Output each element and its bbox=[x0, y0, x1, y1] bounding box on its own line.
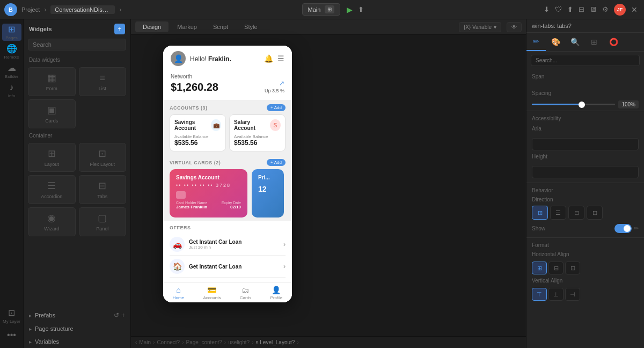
add-prefab-icon[interactable]: + bbox=[121, 311, 125, 319]
add-account-button[interactable]: + Add bbox=[267, 104, 286, 111]
widget-tabs[interactable]: ⊟ Tabs bbox=[79, 175, 127, 204]
v-align-top[interactable]: ⊤ bbox=[532, 288, 547, 301]
offer-item-2[interactable]: 🏠 Get Instant Car Loan › bbox=[170, 256, 286, 278]
h-align-center[interactable]: ⊟ bbox=[548, 262, 564, 274]
nav-cards[interactable]: 🗂 Cards bbox=[240, 286, 251, 300]
tab-markup[interactable]: Markup bbox=[170, 21, 204, 32]
sidebar-item-pages[interactable]: ⊞ Pages bbox=[2, 24, 21, 41]
page-selector[interactable]: Main ⊞ bbox=[302, 3, 341, 16]
dir-btn-list[interactable]: ☰ bbox=[550, 206, 566, 220]
h-align-right[interactable]: ⊡ bbox=[565, 262, 580, 274]
dir-btn-col3[interactable]: ⊡ bbox=[587, 206, 603, 220]
sidebar-item-layer[interactable]: ⊡ My Layer bbox=[2, 307, 21, 324]
nav-home[interactable]: ⌂ Home bbox=[173, 286, 184, 300]
right-panel-title: win-tabs: tabs? bbox=[532, 23, 572, 29]
h-align-left[interactable]: ⊞ bbox=[532, 262, 547, 274]
user-avatar[interactable]: JF bbox=[614, 4, 626, 16]
right-panel-search[interactable] bbox=[531, 55, 640, 66]
phone-app-header: 👤 Hello! Fraklin. 🔔 ☰ bbox=[163, 46, 292, 69]
widget-wizard[interactable]: ◉ Wizard bbox=[28, 207, 76, 236]
grid-btn[interactable]: ⊞ bbox=[325, 5, 334, 13]
add-card-icon: + bbox=[270, 160, 273, 165]
salary-account-card[interactable]: Salary Account S Available Balance $535.… bbox=[229, 114, 286, 151]
virtual-card-blue[interactable]: Pri... 12 bbox=[252, 169, 284, 218]
widget-cards[interactable]: ▣ Cards bbox=[28, 99, 76, 128]
virtual-card-savings[interactable]: Savings Account •• •• •• •• •• 3728 Card… bbox=[170, 169, 247, 218]
share-icon[interactable]: ⬆ bbox=[567, 5, 573, 13]
dir-btn-col2[interactable]: ⊟ bbox=[568, 206, 584, 220]
sidebar-item-dots[interactable]: ••• bbox=[2, 327, 21, 344]
menu-icon[interactable]: ☰ bbox=[277, 54, 284, 63]
height-input[interactable] bbox=[532, 166, 639, 178]
widget-layout[interactable]: ⊞ Layout bbox=[28, 143, 76, 172]
widget-flex-layout[interactable]: ⊡ Flex Layout bbox=[79, 143, 127, 172]
nav-profile[interactable]: 👤 Profile bbox=[270, 286, 283, 300]
user-name: Fraklin. bbox=[208, 55, 231, 63]
nav-accounts[interactable]: 💳 Accounts bbox=[203, 286, 221, 300]
right-tab-style[interactable]: 🎨 bbox=[546, 33, 565, 51]
app-logo[interactable]: B bbox=[4, 3, 17, 16]
page-name: Main bbox=[308, 6, 321, 13]
widget-accordion[interactable]: ☰ Accordion bbox=[28, 175, 76, 204]
page-structure-row[interactable]: ▸ Page structure bbox=[24, 322, 130, 335]
aria-input[interactable] bbox=[532, 138, 639, 150]
breadcrumb-uselight[interactable]: uselight? bbox=[228, 339, 250, 345]
show-toggle[interactable] bbox=[614, 224, 632, 233]
file-name[interactable]: ConversationNDiscu... bbox=[50, 5, 115, 14]
breadcrumb-back[interactable]: ‹ bbox=[135, 339, 137, 345]
refresh-icon[interactable]: ↺ bbox=[114, 311, 119, 319]
accounts-title: ACCOUNTS (3) bbox=[170, 105, 208, 111]
home-icon: ⌂ bbox=[176, 286, 180, 294]
right-tab-circle[interactable]: ⭕ bbox=[604, 33, 623, 51]
breadcrumb-arrow: › bbox=[44, 6, 46, 13]
settings-icon[interactable]: ⚙ bbox=[602, 5, 609, 13]
offer-item-1[interactable]: 🚗 Get Instant Car Loan Just 20 min › bbox=[170, 234, 286, 256]
widget-list[interactable]: ≡ List bbox=[79, 67, 127, 96]
download-icon[interactable]: ⬇ bbox=[544, 5, 550, 13]
close-button[interactable]: ✕ bbox=[631, 5, 638, 14]
widget-panel[interactable]: ▢ Panel bbox=[79, 207, 127, 236]
dir-btn-grid[interactable]: ⊞ bbox=[532, 206, 548, 220]
right-tab-edit[interactable]: ✏ bbox=[526, 33, 546, 51]
tab-script[interactable]: Script bbox=[206, 21, 236, 32]
breadcrumb-current[interactable]: s Level_Layout? bbox=[256, 339, 295, 345]
virtual-cards-section: VIRTUAL CARDS (2) + Add Savings Account … bbox=[163, 156, 292, 221]
v-align-bottom[interactable]: ⊣ bbox=[565, 288, 580, 301]
tab-style[interactable]: Style bbox=[237, 21, 265, 32]
widget-search-input[interactable] bbox=[28, 39, 126, 50]
spacing-label: Spacing bbox=[532, 90, 639, 96]
spacing-slider[interactable] bbox=[532, 104, 615, 105]
v-align-middle[interactable]: ⊥ bbox=[548, 288, 564, 301]
add-card-button[interactable]: + Add bbox=[267, 159, 286, 166]
right-tab-layout[interactable]: ⊞ bbox=[584, 33, 604, 51]
edit-icon-button[interactable]: ✏ bbox=[634, 225, 639, 232]
savings-account-card[interactable]: Savings Account 💼 Available Balance $535… bbox=[170, 114, 226, 151]
builder-icon: ☁ bbox=[8, 63, 16, 73]
upload-button[interactable]: ⬆ bbox=[358, 5, 364, 13]
panel-footer: ▸ Prefabs ↺ + ▸ Page structure ▸ Variabl… bbox=[24, 308, 130, 348]
prefabs-row[interactable]: ▸ Prefabs ↺ + bbox=[24, 308, 130, 322]
right-tab-search[interactable]: 🔍 bbox=[565, 33, 584, 51]
breadcrumb-page[interactable]: Page_content? bbox=[186, 339, 222, 345]
sidebar-item-remote[interactable]: 🌐 Remote bbox=[2, 43, 21, 60]
offers-section: OFFERS 🚗 Get Instant Car Loan Just 20 mi… bbox=[163, 221, 292, 282]
sidebar-item-builder[interactable]: ☁ Builder bbox=[2, 62, 21, 79]
devices-icon[interactable]: ⊟ bbox=[579, 5, 584, 13]
widget-form[interactable]: ▦ Form bbox=[28, 67, 76, 96]
flex-layout-icon: ⊡ bbox=[98, 148, 106, 160]
variables-row[interactable]: ▸ Variables bbox=[24, 335, 130, 348]
canvas-inner: 👤 Hello! Fraklin. 🔔 ☰ bbox=[131, 35, 526, 336]
icon-sidebar: ⊞ Pages 🌐 Remote ☁ Builder ♪ Info ⊡ My L… bbox=[0, 19, 24, 348]
monitor-icon[interactable]: 🖥 bbox=[590, 5, 597, 13]
breadcrumb-connect[interactable]: Connect? bbox=[157, 339, 180, 345]
sidebar-item-info[interactable]: ♪ Info bbox=[2, 82, 21, 99]
preview-toggle[interactable]: 👁 bbox=[507, 22, 522, 32]
variable-btn[interactable]: {X} Variable ▾ bbox=[459, 22, 501, 32]
shield-icon[interactable]: 🛡 bbox=[555, 5, 562, 13]
add-widget-button[interactable]: + bbox=[114, 24, 125, 34]
play-button[interactable]: ▶ bbox=[347, 5, 353, 14]
spacing-thumb[interactable] bbox=[579, 102, 585, 108]
bell-icon[interactable]: 🔔 bbox=[264, 54, 273, 63]
tab-design[interactable]: Design bbox=[135, 21, 169, 32]
breadcrumb-main[interactable]: Main bbox=[139, 339, 151, 345]
